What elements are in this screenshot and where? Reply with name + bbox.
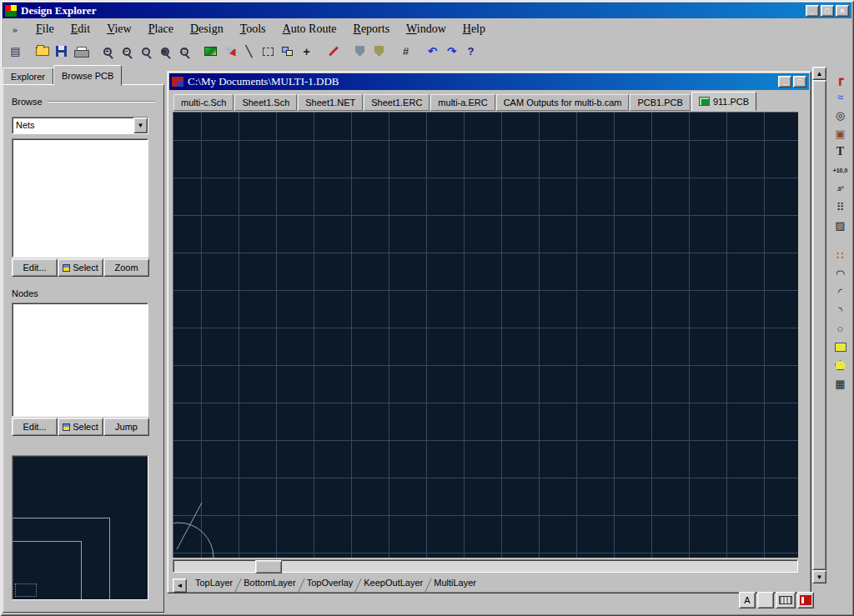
nets-listbox[interactable] — [12, 138, 148, 258]
zoom-in-button[interactable]: + — [98, 43, 117, 60]
place-room-button[interactable]: ▦ — [831, 376, 851, 391]
doc-tab-sheet1-sch[interactable]: Sheet1.Sch — [234, 94, 297, 111]
doc-tab-pcb1-pcb[interactable]: PCB1.PCB — [630, 94, 690, 111]
place-polygon-button[interactable] — [831, 358, 851, 373]
zoom-window-button[interactable]: ▫ — [136, 43, 155, 60]
doc-tab-cam-outputs[interactable]: CAM Outputs for multi-b.cam — [496, 94, 630, 111]
nodes-select-button[interactable]: Select — [58, 418, 103, 436]
open-folder-icon — [36, 47, 49, 56]
layer-tab-toplayer[interactable]: TopLayer — [190, 576, 238, 593]
grid-button[interactable]: # — [396, 43, 415, 60]
layer-tab-keepoutlayer[interactable]: KeepOutLayer — [359, 576, 428, 593]
doc-minimize-button[interactable]: _ — [778, 76, 791, 88]
editor-vertical-scrollbar[interactable]: ▲ ▼ — [812, 67, 826, 585]
menu-view[interactable]: View — [98, 20, 140, 38]
nets-edit-button[interactable]: Edit... — [12, 258, 58, 277]
full-circle-button[interactable]: ○ — [831, 321, 851, 336]
scroll-up-button[interactable]: ▲ — [812, 67, 826, 80]
browse-pcb-panel: Browse Nets ▼ Edit... Select Zoom Nodes … — [3, 84, 164, 613]
browse-mode-select[interactable]: Nets ▼ — [12, 117, 148, 134]
minimize-button[interactable]: _ — [806, 5, 819, 17]
arc-center-button[interactable]: ◠ — [831, 266, 851, 281]
menu-design[interactable]: Design — [182, 20, 232, 38]
place-via-button[interactable]: ◎ — [831, 108, 851, 123]
open-document-button[interactable] — [33, 43, 52, 60]
zoom-document-button[interactable]: ▣ — [155, 43, 174, 60]
place-string-button[interactable]: T — [831, 144, 851, 159]
layer-tab-row: ◄ TopLayer BottomLayer TopOverlay KeepOu… — [173, 574, 806, 593]
save-button[interactable] — [52, 43, 71, 60]
zoom-selection-button[interactable]: ∷ — [174, 43, 193, 60]
toggle-panels-button[interactable]: ▤ — [6, 43, 25, 60]
doc-tab-multi-a-erc[interactable]: multi-a.ERC — [430, 94, 495, 111]
dropdown-button[interactable]: ▼ — [133, 118, 148, 133]
menu-window[interactable]: Window — [398, 20, 455, 38]
editor-horizontal-scrollbar[interactable] — [173, 559, 798, 573]
fill-rect-icon — [835, 343, 846, 352]
nodes-edit-button[interactable]: Edit... — [12, 418, 58, 436]
drc-batch-button[interactable] — [369, 43, 389, 60]
menu-tools[interactable]: Tools — [232, 20, 274, 38]
select-area-button[interactable] — [259, 43, 278, 60]
menu-overflow-icon[interactable]: » — [3, 23, 28, 36]
place-dimension-button[interactable]: .0° — [831, 181, 851, 196]
menu-edit[interactable]: Edit — [63, 20, 98, 38]
blank-status-button[interactable] — [757, 592, 774, 608]
doc-tab-911-pcb[interactable]: 911.PCB — [691, 92, 756, 111]
menu-file[interactable]: File — [28, 20, 63, 38]
place-track-button[interactable]: ≈ — [831, 89, 851, 104]
pcb-editor-canvas[interactable] — [173, 112, 798, 558]
doc-maximize-button[interactable]: □ — [793, 76, 806, 88]
wand-button[interactable] — [324, 43, 343, 60]
nodes-jump-button[interactable]: Jump — [103, 418, 149, 436]
place-fill-hatch-button[interactable]: ▨ — [831, 218, 851, 233]
print-button[interactable] — [71, 43, 90, 60]
toolbar-separator — [316, 43, 324, 60]
scroll-down-button[interactable]: ▼ — [812, 570, 826, 583]
keyboard-panel-button[interactable] — [776, 592, 796, 608]
nets-zoom-button[interactable]: Zoom — [103, 258, 149, 277]
layer-tab-bottomlayer[interactable]: BottomLayer — [239, 576, 300, 593]
horizontal-scroll-thumb[interactable] — [255, 560, 282, 573]
place-fill-button[interactable] — [831, 339, 851, 354]
split-plane-button[interactable]: ∷ — [831, 248, 851, 263]
cross-probe-button[interactable]: + — [297, 43, 316, 60]
close-button[interactable]: × — [836, 5, 849, 17]
menu-place[interactable]: Place — [140, 20, 182, 38]
undo-button[interactable]: ↶ — [423, 43, 442, 60]
help-button[interactable]: ? — [461, 43, 480, 60]
bitmap-button[interactable] — [201, 43, 220, 60]
line-tool-button[interactable]: ╲ — [239, 43, 259, 60]
tab-browse-pcb[interactable]: Browse PCB — [53, 65, 122, 86]
redo-button[interactable]: ↷ — [442, 43, 461, 60]
library-book-button[interactable] — [797, 592, 814, 608]
zoom-window-icon: ▫ — [142, 48, 150, 56]
doc-tab-sheet1-net[interactable]: Sheet1.NET — [298, 94, 363, 111]
menu-reports[interactable]: Reports — [345, 20, 399, 38]
nets-select-button[interactable]: Select — [58, 258, 103, 277]
paste-special-button[interactable]: ⠿ — [831, 199, 851, 214]
menu-help[interactable]: Help — [455, 20, 494, 38]
board-preview-pane[interactable] — [12, 455, 148, 600]
arc-any-angle-button[interactable]: ◝ — [831, 303, 851, 318]
menu-auto-route[interactable]: Auto Route — [274, 20, 345, 38]
tab-explorer[interactable]: Explorer — [3, 68, 53, 85]
arc-edge-button[interactable]: ◜ — [831, 284, 851, 299]
layer-tab-topoverlay[interactable]: TopOverlay — [302, 576, 359, 593]
maximize-button[interactable]: □ — [821, 5, 834, 17]
layer-scroll-left-button[interactable]: ◄ — [173, 578, 187, 593]
doc-tab-sheet1-erc[interactable]: Sheet1.ERC — [364, 94, 430, 111]
move-selection-button[interactable] — [278, 43, 297, 60]
vertical-scroll-thumb[interactable] — [812, 80, 826, 570]
place-pad-button[interactable]: ▣ — [831, 126, 851, 141]
layer-tab-multilayer[interactable]: MultiLayer — [429, 576, 481, 593]
nodes-listbox[interactable] — [12, 303, 148, 417]
cutter-button[interactable] — [220, 43, 239, 60]
place-coordinate-button[interactable]: +10,0 — [831, 163, 851, 178]
interactive-route-button[interactable]: ┏ — [831, 71, 851, 86]
doc-tab-multi-c-sch[interactable]: multi-c.Sch — [173, 94, 234, 111]
drc-online-button[interactable] — [350, 43, 369, 60]
annotation-mode-button[interactable]: A — [739, 592, 756, 608]
polygon-plane-icon — [835, 360, 846, 370]
zoom-out-button[interactable]: − — [117, 43, 136, 60]
